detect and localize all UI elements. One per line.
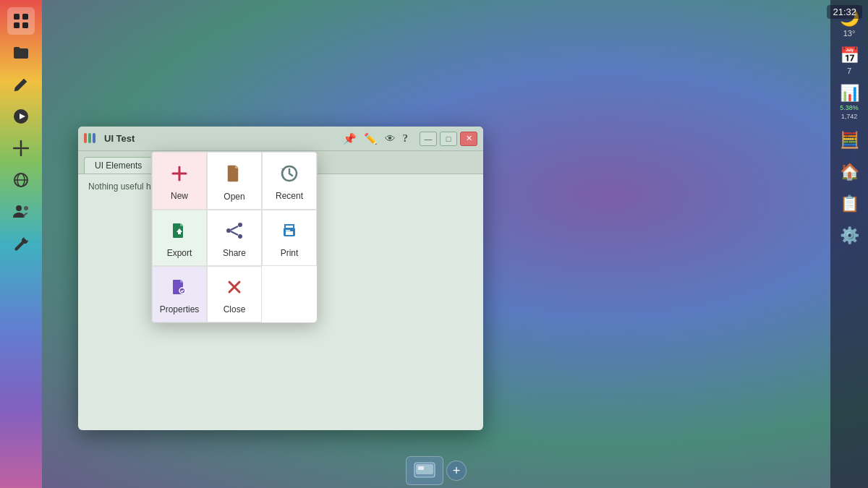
print-label: Print [281,248,299,258]
settings-widget[interactable]: ⚙️ [833,221,865,250]
sidebar-icon-people[interactable] [7,198,35,226]
new-label: New [171,191,188,201]
system-clock: 21:32 [827,5,862,19]
edit-icon[interactable]: ✏️ [364,132,378,145]
svg-point-24 [238,234,242,239]
svg-rect-35 [418,466,424,470]
svg-point-23 [226,228,231,233]
home-icon: 🏠 [840,163,859,181]
window-toolbar: 📌 ✏️ 👁 ? [343,132,409,145]
right-sidebar: 🌙 13° 📅 7 📊 5.38% 1,742 🧮 🏠 📋 ⚙️ [830,0,868,488]
left-sidebar [0,0,42,488]
tab-ui-elements[interactable]: UI Elements [84,157,153,174]
svg-point-22 [238,223,242,227]
svg-rect-3 [22,22,28,28]
top-bar: 21:32 [0,0,868,23]
svg-point-14 [16,205,22,211]
calendar-day-label: 7 [847,67,851,75]
menu-item-recent[interactable]: Recent [262,152,317,210]
close-menu-icon [224,277,244,300]
view-icon[interactable]: 👁 [385,132,396,145]
print-icon [279,221,299,244]
clipboard-widget[interactable]: 📋 [833,189,865,218]
svg-line-26 [231,231,238,235]
sidebar-icon-pencil[interactable] [7,71,35,98]
clipboard-icon: 📋 [840,194,859,213]
menu-item-new[interactable]: New [152,152,207,210]
new-icon [169,163,190,187]
share-icon [224,221,244,244]
chart-icon: 📊 [840,84,859,103]
open-icon [224,163,244,187]
gear-icon: ⚙️ [840,226,859,245]
recent-label: Recent [276,191,303,201]
window-titlebar: UI Test 📌 ✏️ 👁 ? — □ ✕ [78,127,483,151]
menu-item-properties[interactable]: Properties [152,266,207,322]
export-icon [169,221,190,244]
recent-icon [279,163,299,187]
menu-item-export[interactable]: Export [152,210,207,266]
taskbar-window-item[interactable] [406,456,443,485]
taskbar-add-button[interactable]: + [446,461,467,481]
help-icon[interactable]: ? [403,132,409,145]
calculator-widget[interactable]: 🧮 [833,126,865,155]
title-icon [84,133,98,145]
svg-point-15 [24,206,28,210]
stocks-value-label: 1,742 [841,113,858,120]
calendar-widget[interactable]: 📅 7 [833,43,865,78]
dropdown-menu: New Open Recent [151,151,318,323]
share-label: Share [223,248,246,258]
calculator-icon: 🧮 [840,131,859,150]
window-title: UI Test [104,133,337,144]
menu-item-print[interactable]: Print [262,210,317,266]
bottom-taskbar: + [42,453,830,488]
maximize-button[interactable]: □ [440,132,457,146]
svg-rect-28 [286,231,293,235]
svg-rect-29 [286,230,290,231]
properties-label: Properties [160,304,200,314]
properties-icon [169,277,190,300]
svg-point-6 [20,147,22,150]
sidebar-icon-globe[interactable] [7,166,35,194]
menu-item-close[interactable]: Close [207,266,262,322]
pin-icon[interactable]: 📌 [343,132,357,145]
svg-rect-2 [14,22,20,28]
temperature-label: 13° [843,29,856,38]
export-label: Export [167,248,192,258]
svg-line-25 [231,226,238,230]
calendar-icon: 📅 [840,46,859,65]
close-button[interactable]: ✕ [460,132,477,146]
sidebar-icon-folder[interactable] [7,39,35,67]
add-icon: + [453,463,461,479]
open-label: Open [224,192,244,202]
menu-item-open[interactable]: Open [207,152,262,210]
close-label: Close [224,304,246,314]
sidebar-icon-wrench[interactable] [7,230,35,257]
stocks-widget[interactable]: 📊 5.38% 1,742 [833,81,865,123]
window-controls: — □ ✕ [420,132,477,146]
home-widget[interactable]: 🏠 [833,158,865,187]
stocks-percent-label: 5.38% [840,104,859,111]
minimize-button[interactable]: — [420,132,437,146]
menu-item-share[interactable]: Share [207,210,262,266]
sidebar-icon-gamepad[interactable] [7,134,35,162]
svg-rect-21 [178,232,181,234]
sidebar-icon-play[interactable] [7,103,35,130]
